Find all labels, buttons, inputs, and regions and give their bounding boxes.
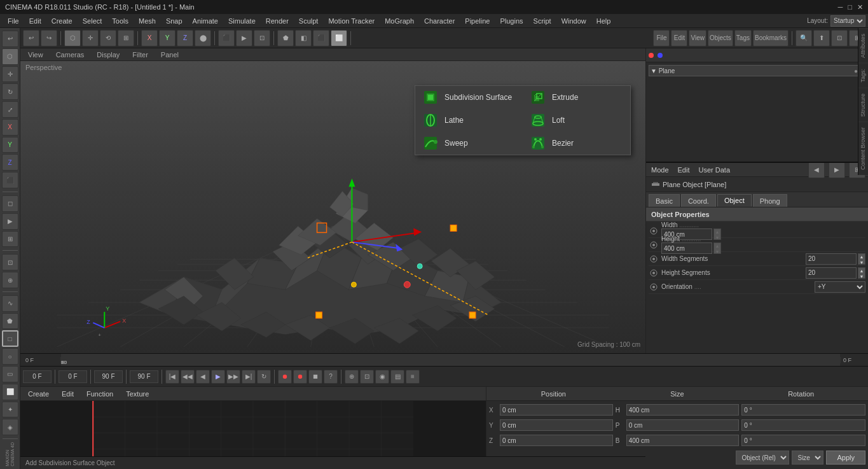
tab-basic[interactable]: Basic [649,194,680,207]
undo-button[interactable]: ↩ [2,31,18,47]
render-active-btn[interactable]: ▶ [236,30,252,46]
spline-texture-menu[interactable]: Texture [123,390,151,398]
viewport-display-menu[interactable]: Display [94,51,122,59]
tool-object-mode[interactable]: ◻ [2,195,18,212]
tab-object[interactable]: Object [717,194,752,207]
dropdown-item-sweep[interactable]: Sweep [415,132,523,155]
dropdown-item-loft[interactable]: Loft [523,109,630,132]
menu-file[interactable]: File [3,16,24,26]
timeline-ruler[interactable]: 0 10 20 30 40 50 60 70 80 90 [61,354,840,366]
prev-frame-btn[interactable]: ◀◀ [181,370,195,384]
obj-file-btn[interactable]: File [653,30,670,46]
menu-help[interactable]: Help [591,16,616,26]
snap-frame-btn[interactable]: ⊡ [360,370,374,384]
tool-cylinder[interactable]: ⬜ [2,384,18,400]
menu-tools[interactable]: Tools [107,16,134,26]
attr-edit-menu[interactable]: Edit [675,166,692,174]
attr-spinner-width-segs[interactable]: ▲ ▼ [858,253,865,265]
record-btn[interactable]: ⏺ [278,370,292,384]
tool-mode-object[interactable]: ⬡ [64,30,81,46]
attr-input-height[interactable] [661,242,712,254]
psr-size-b[interactable] [626,435,740,446]
dropdown-item-extrude[interactable]: Extrude [523,86,630,109]
render-region-btn[interactable]: ⊡ [254,30,270,46]
viewport-shading-2[interactable]: ◧ [295,30,312,46]
menu-edit[interactable]: Edit [24,16,46,26]
tool-x[interactable]: X [2,119,18,136]
menu-motiontracker[interactable]: Motion Tracker [323,16,380,26]
menu-mograph[interactable]: MoGraph [380,16,419,26]
psr-rot-x[interactable] [741,404,865,416]
tab-coord[interactable]: Coord. [681,194,716,207]
tool-snap[interactable]: ⊡ [2,254,18,270]
tool-undo[interactable]: ↩ [23,30,39,46]
object-item-plane[interactable]: ▼ Plane ● ● [649,65,865,76]
tool-rotate[interactable]: ↻ [2,83,18,100]
attr-input-height-segs[interactable] [806,267,857,279]
preview-range-btn[interactable]: ▤ [390,370,404,384]
viewport-filter-menu[interactable]: Filter [130,51,150,59]
side-tab-structure[interactable]: Structure [858,88,868,122]
psr-pos-x[interactable] [500,404,613,416]
psr-size-h[interactable] [626,404,740,416]
tool-cube[interactable]: □ [2,330,18,347]
psr-size-mode-select[interactable]: Size [792,451,823,465]
dropdown-item-lathe[interactable]: Lathe [415,109,523,132]
dropdown-item-subdivision[interactable]: Subdivision Surface [415,86,523,109]
tool-mode-move[interactable]: ⟲ [100,30,116,46]
side-tab-attributes[interactable]: Attributes [858,28,868,63]
tool-transform[interactable]: ⬛ [2,172,18,188]
attr-mode-menu[interactable]: Mode [649,166,672,174]
spline-create-menu[interactable]: Create [25,390,52,398]
tool-mode-select[interactable]: ✛ [82,30,99,46]
menu-plugins[interactable]: Plugins [495,16,528,26]
viewport-shading-3[interactable]: ⬛ [313,30,329,46]
tool-move[interactable]: ✛ [2,66,18,83]
attr-spinner-height-segs[interactable]: ▲ ▼ [858,267,865,279]
viewport-shading-1[interactable]: ⬟ [277,30,294,46]
obj-edit-btn[interactable]: Edit [671,30,687,46]
menu-character[interactable]: Character [419,16,460,26]
menu-window[interactable]: Window [556,16,591,26]
menu-select[interactable]: Select [78,16,107,26]
go-start-btn[interactable]: |◀ [165,370,179,384]
viewport-panel-menu[interactable]: Panel [158,51,181,59]
obj-objects-btn[interactable]: Objects [708,30,733,46]
tool-plane[interactable]: ▭ [2,366,18,382]
tool-render-preview[interactable]: ▶ [2,213,18,230]
menu-render[interactable]: Render [261,16,294,26]
menu-pipeline[interactable]: Pipeline [460,16,495,26]
attr-spinner-height[interactable]: ▲ ▼ [713,242,721,254]
viewport-shading-4[interactable]: ⬜ [331,30,347,46]
go-end-btn[interactable]: ▶| [242,370,256,384]
psr-rot-y[interactable] [741,419,865,431]
side-tab-content[interactable]: Content Browser [858,122,868,175]
tool-scale[interactable]: ⤢ [2,101,18,118]
axis-z-btn[interactable]: Z [177,30,193,46]
tool-redo[interactable]: ↪ [41,30,57,46]
attr-input-width-segs[interactable] [806,253,857,265]
menu-animate[interactable]: Animate [188,16,223,26]
spline-function-menu[interactable]: Function [84,390,116,398]
tab-phong[interactable]: Phong [753,194,787,207]
current-time-input[interactable] [23,370,52,383]
motion-path-btn[interactable]: ⊕ [345,370,359,384]
menu-create[interactable]: Create [46,16,78,26]
menu-sculpt[interactable]: Sculpt [294,16,324,26]
tool-region[interactable]: ⊞ [2,231,18,248]
side-tab-tags[interactable]: Tags: [858,63,868,88]
psr-rot-z[interactable] [741,435,865,446]
play-reverse-btn[interactable]: ◀ [196,370,210,384]
psr-coord-system-select[interactable]: Object (Rel) World [736,451,789,465]
render-settings-btn[interactable]: ⬛ [218,30,235,46]
onion-skin-btn[interactable]: ◉ [375,370,389,384]
fps-input[interactable] [130,370,158,383]
record-stop-btn[interactable]: ⏹ [308,370,322,384]
apply-button[interactable]: Apply [826,451,865,465]
transform-btn[interactable]: ⬤ [195,30,211,46]
tool-sphere[interactable]: ○ [2,348,18,365]
tool-y[interactable]: Y [2,137,18,153]
tool-select[interactable]: ⬡ [2,48,18,65]
layout-select[interactable]: Startup [830,15,865,27]
menu-snap[interactable]: Snap [161,16,188,26]
